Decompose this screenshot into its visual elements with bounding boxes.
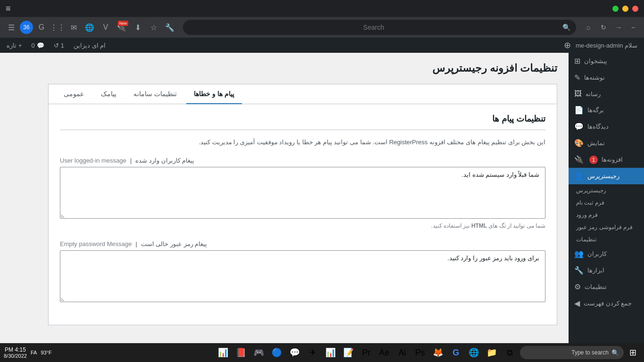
card-body: تنظیمات پیام ها این بخش برای تنظیم پیغام… [49,104,557,325]
forward-button[interactable]: → [612,21,625,34]
dashboard-icon: ⊞ [574,57,580,66]
sidebar-label-settings: تنظیمات [585,283,607,290]
sidebar-label-collapse: جمع کردن فهرست [584,300,632,307]
start-button[interactable]: ⊞ [626,346,640,360]
maximize-window-button[interactable] [612,6,619,12]
taskbar-app-chrome[interactable]: G [447,344,464,361]
users-icon: 👥 [574,249,584,258]
updates-item[interactable]: 1 ↺ [51,38,67,53]
taskbar-app-app4[interactable]: 🔵 [268,344,285,361]
reload-button[interactable]: ↻ [597,21,610,34]
plugins-badge: 1 [589,156,598,164]
sidebar-item-tools[interactable]: ابزارها 🔧 [569,262,644,279]
download-button[interactable]: ⬇ [130,20,145,35]
toolbar-icons: 🔧 ☆ ⬇ 🔌New V 🌐 ✉ ⋮⋮ G 36 ☰ [4,20,177,35]
sidebar-item-dashboard[interactable]: پیشخوان ⊞ [569,53,644,69]
taskbar-app-browser1[interactable]: 🌐 [465,344,482,361]
sidebar-item-comments[interactable]: دیدگاه‌ها 💬 [569,118,644,135]
taskbar-app-app2[interactable]: 📊 [322,344,339,361]
taskbar-app-pdf[interactable]: 📕 [232,344,249,361]
wp-main: تنظیمات افزونه رجیسترپرس عمومی پیامک تنظ… [0,53,569,362]
taskbar-right: 93°F FA 4:15 PM 8/30/2022 [4,346,52,359]
comments-item[interactable]: 💬 0 [29,38,47,53]
settings-icon: ⚙ [574,282,581,291]
taskbar-app-firefox[interactable]: 🦊 [429,344,446,361]
sidebar-item-collapse[interactable]: جمع کردن فهرست ◀ [569,295,644,312]
bookmark-button[interactable]: ☆ [146,20,161,35]
home-button[interactable]: ⌂ [582,21,595,34]
sidebar-item-plugins[interactable]: افزونه‌ها 1 🔌 [569,151,644,168]
sidebar-sub-rp-main[interactable]: رجیسترپرس [569,184,644,197]
extension1-button[interactable]: G [34,20,49,35]
wp-logo-icon[interactable]: ⊕ [564,40,571,50]
taskbar-app-app1[interactable]: 📝 [340,344,357,361]
taskbar-app-ae[interactable]: Ae [376,344,393,361]
appearance-icon: 🎨 [574,139,584,148]
empty-password-label-fa: پیغام رمز عبور خالی است [141,240,207,247]
back-button[interactable]: ← [627,21,640,34]
logged-in-html-hint: شما می توانید از تگ های HTML نیز استفاده… [60,222,545,229]
taskbar-app-illustrator[interactable]: Ai [394,344,411,361]
close-window-button[interactable] [632,6,638,12]
sidebar-sub-settings[interactable]: تنظیمات [569,233,644,246]
tab-messages-errors[interactable]: پیام ها و خطاها [186,84,242,104]
browser-menu-icon[interactable]: ≡ [6,4,11,14]
logged-in-message-textarea[interactable]: شما قبلاً وارد سیستم شده اید. [60,167,545,219]
new-item[interactable]: + تازه [4,38,25,53]
taskbar-app-telegram[interactable]: ✈ [304,344,321,361]
taskbar-app-file-explorer[interactable]: 📁 [483,344,500,361]
user-name-item[interactable]: ام ای دیزاین [71,38,108,53]
tab-sms[interactable]: پیامک [93,84,124,104]
minimize-window-button[interactable] [622,6,628,12]
sidebar-label-dashboard: پیشخوان [584,58,607,65]
taskbar-temperature: 93°F [41,350,51,355]
new-extension-button[interactable]: 🔌New [114,20,129,35]
mail-button[interactable]: ✉ [66,20,81,35]
sidebar-sub-forgot-password[interactable]: فرم فراموشی رمز عبور [569,221,644,233]
update-icon: ↺ [54,42,59,49]
empty-password-message-group: پیغام رمز عبور خالی است | Empty password… [60,240,545,304]
sidebar-sub-label-settings: تنظیمات [576,236,596,243]
browser-chrome: ≡ [0,0,644,17]
logged-in-label-en: User logged-in message [60,157,126,164]
comments-icon: 💬 [37,42,44,49]
sidebar-sub-register-form[interactable]: فرم ثبت نام [569,197,644,209]
vivaldi-button[interactable]: V [98,20,113,35]
taskbar-app-task-view[interactable]: ⧉ [501,344,518,361]
taskbar-app-app3[interactable]: 💬 [286,344,303,361]
menu-button[interactable]: ☰ [4,20,19,35]
taskbar-app-ppt[interactable]: 📊 [215,344,231,361]
sidebar-sub-login-form[interactable]: فرم ورود [569,209,644,221]
sidebar-label-plugins: افزونه‌ها [602,156,623,163]
profile-avatar[interactable]: 36 [20,21,33,34]
site-name-item[interactable]: me-design-admin سلام [573,38,640,53]
extensions-button[interactable]: 🔧 [162,20,177,35]
browser-window-controls[interactable] [612,6,638,12]
sidebar-item-users[interactable]: کاربران 👥 [569,246,644,262]
comments-count: 0 [32,42,35,49]
taskbar-app-app5[interactable]: 🎮 [250,344,267,361]
taskbar-search-bar[interactable]: 🔍 Type to search [520,346,624,359]
tab-system-settings[interactable]: تنظیمات سامانه [126,84,184,104]
browser-address-input[interactable] [189,24,559,31]
empty-password-message-label: پیغام رمز عبور خالی است | Empty password… [60,240,545,247]
sidebar-item-settings[interactable]: تنظیمات ⚙ [569,279,644,295]
collapse-icon: ◀ [574,299,580,308]
sidebar-item-pages[interactable]: برگه‌ها 📄 [569,102,644,118]
taskbar-app-photoshop[interactable]: Ps [412,344,429,361]
taskbar-search-icon: 🔍 [611,349,619,356]
sidebar-item-media[interactable]: رسانه 🖼 [569,86,644,102]
translate-button[interactable]: 🌐 [82,20,97,35]
tab-general[interactable]: عمومی [56,84,91,104]
sidebar-label-tools: ابزارها [587,267,604,274]
sidebar-item-posts[interactable]: نوشته‌ها ✎ [569,69,644,86]
sidebar-label-appearance: نمایش [587,140,605,147]
empty-password-message-textarea[interactable]: برای ورود باید رمز عبور را وارد کنید. [60,250,545,302]
sidebar-item-appearance[interactable]: نمایش 🎨 [569,135,644,151]
taskbar-app-premiere[interactable]: Pr [358,344,375,361]
grid-button[interactable]: ⋮⋮ [50,20,65,35]
sidebar-label-comments: دیدگاه‌ها [587,123,609,130]
site-name-text: me-design-admin سلام [576,42,637,49]
browser-search-bar[interactable]: 🔍 [183,20,576,35]
sidebar-item-registerpress[interactable]: رجیسترپرس 👤 [569,168,644,184]
